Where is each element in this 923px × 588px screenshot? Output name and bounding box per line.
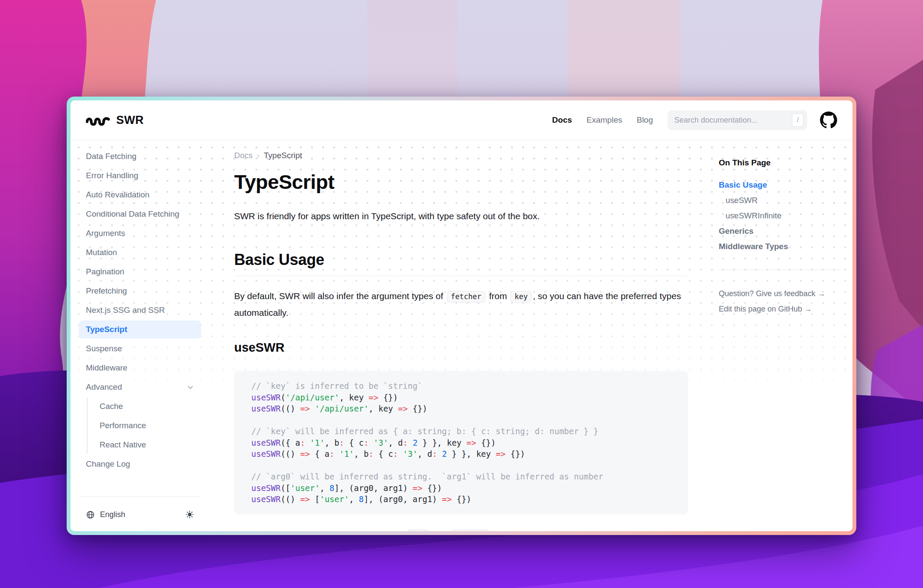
code-line	[251, 415, 671, 426]
nav-item-blog[interactable]: Blog	[637, 115, 653, 125]
inline-code: fetcher	[447, 291, 485, 303]
language-label: English	[100, 510, 125, 519]
toc-link-question-give-us-feedback[interactable]: Question? Give us feedback →	[719, 288, 843, 299]
sidebar-item-label: TypeScript	[86, 325, 127, 334]
sidebar-item-next-js-ssg-and-ssr[interactable]: Next.js SSG and SSR	[79, 301, 201, 319]
search-shortcut-key: /	[792, 113, 804, 127]
globe-icon	[86, 510, 95, 519]
swr-logo[interactable]: SWR	[86, 114, 144, 127]
sidebar-subgroup: CachePerformanceReact Native	[87, 397, 205, 454]
toc-item-basic-usage[interactable]: Basic Usage	[719, 180, 843, 190]
sidebar-item-label: Performance	[100, 421, 146, 430]
chevron-down-icon	[187, 384, 194, 391]
sidebar-item-change-log[interactable]: Change Log	[79, 455, 201, 473]
sidebar-item-mutation[interactable]: Mutation	[79, 244, 201, 262]
sidebar-item-label: Change Log	[86, 459, 130, 469]
sidebar-item-cache[interactable]: Cache	[88, 397, 201, 415]
sidebar-item-prefetching[interactable]: Prefetching	[79, 282, 201, 300]
toc-heading: On This Page	[719, 158, 843, 168]
github-link[interactable]	[820, 112, 837, 129]
sidebar-item-label: Arguments	[86, 229, 125, 238]
sidebar-item-react-native[interactable]: React Native	[88, 436, 201, 454]
code-line: useSWR(() => ['user', 8], (arg0, arg1) =…	[251, 494, 671, 505]
header-nav: DocsExamplesBlog	[552, 115, 653, 125]
search-box[interactable]: /	[667, 110, 807, 130]
language-switcher[interactable]: English	[86, 510, 125, 519]
swr-logo-icon	[86, 115, 110, 126]
browser-window: SWR DocsExamplesBlog / Data FetchingErro…	[67, 97, 856, 535]
logo-text: SWR	[116, 114, 144, 127]
toc: On This Page Basic UsageuseSWRuseSWRInfi…	[719, 140, 843, 531]
code-line: useSWR({ a: '1', b: { c: '3', d: 2 } }, …	[251, 437, 671, 449]
inline-code: key	[511, 291, 532, 303]
code-line: useSWR(['user', 8], (arg0, arg1) => {})	[251, 482, 671, 494]
toc-item-generics[interactable]: Generics	[719, 226, 843, 236]
toc-links: Question? Give us feedback →Edit this pa…	[719, 288, 843, 315]
code-line: // `key` is inferred to be `string`	[251, 380, 671, 392]
sidebar-item-error-handling[interactable]: Error Handling	[79, 167, 201, 185]
sidebar-item-conditional-data-fetching[interactable]: Conditional Data Fetching	[79, 205, 201, 223]
nav-item-docs[interactable]: Docs	[552, 115, 572, 125]
breadcrumb-item-typescript: TypeScript	[264, 150, 302, 161]
sidebar-item-label: Mutation	[86, 248, 117, 257]
sidebar-item-advanced[interactable]: Advanced	[79, 378, 201, 396]
sidebar-item-label: Prefetching	[86, 286, 127, 296]
search-input[interactable]	[673, 115, 788, 125]
sidebar-item-arguments[interactable]: Arguments	[79, 224, 201, 242]
sidebar-item-label: Pagination	[86, 267, 124, 276]
code-line	[251, 460, 671, 471]
app-body: Data FetchingError HandlingAuto Revalida…	[71, 140, 852, 531]
nav-item-examples[interactable]: Examples	[587, 115, 622, 125]
sidebar-item-label: Error Handling	[86, 171, 138, 180]
toc-divider	[719, 270, 841, 270]
sidebar-item-middleware[interactable]: Middleware	[79, 359, 201, 377]
toc-item-middleware-types[interactable]: Middleware Types	[719, 241, 843, 252]
sidebar-item-auto-revalidation[interactable]: Auto Revalidation	[79, 186, 201, 204]
subsection-heading-useswr: useSWR	[234, 340, 688, 355]
site-header: SWR DocsExamplesBlog /	[71, 100, 852, 140]
sidebar-item-label: Suspense	[86, 344, 122, 353]
github-icon	[820, 112, 837, 129]
code-line: // `arg0` will be inferred as string. `a…	[251, 471, 671, 482]
theme-toggle-button[interactable]	[185, 510, 194, 519]
trailing-paragraph: You can also explicitly specify the type…	[234, 526, 688, 532]
breadcrumb: Docs›TypeScript	[234, 150, 688, 161]
toc-link-edit-this-page-on-github[interactable]: Edit this page on GitHub →	[719, 303, 843, 315]
breadcrumb-separator: ›	[257, 150, 259, 161]
sidebar-item-label: Auto Revalidation	[86, 190, 150, 200]
sidebar-item-label: Next.js SSG and SSR	[86, 306, 165, 315]
inline-code: key	[408, 529, 429, 532]
sidebar-item-suspense[interactable]: Suspense	[79, 340, 201, 358]
inline-code: fetcher	[451, 529, 490, 532]
page-title: TypeScript	[234, 170, 688, 194]
toc-list: Basic UsageuseSWRuseSWRInfiniteGenericsM…	[719, 180, 843, 252]
sidebar-item-label: Conditional Data Fetching	[86, 209, 179, 219]
code-line: useSWR('/api/user', key => {})	[251, 392, 671, 403]
sidebar-divider	[79, 497, 201, 497]
code-line: useSWR(() => '/api/user', key => {})	[251, 403, 671, 415]
sidebar: Data FetchingError HandlingAuto Revalida…	[71, 140, 205, 531]
basic-usage-paragraph: By default, SWR will also infer the argu…	[234, 288, 688, 321]
sidebar-item-pagination[interactable]: Pagination	[79, 263, 201, 281]
main-content: Docs›TypeScript TypeScript SWR is friend…	[234, 140, 688, 531]
sidebar-item-label: Cache	[100, 402, 123, 411]
sidebar-item-label: React Native	[100, 440, 146, 450]
sun-icon	[185, 510, 194, 519]
code-line: // `key` will be inferred as { a: string…	[251, 426, 671, 437]
swr-docs-app: SWR DocsExamplesBlog / Data FetchingErro…	[71, 100, 852, 531]
sidebar-item-data-fetching[interactable]: Data Fetching	[79, 147, 201, 165]
code-block: // `key` is inferred to be `string`useSW…	[234, 371, 688, 514]
section-heading-basic-usage: Basic Usage	[234, 250, 688, 276]
sidebar-item-label: Advanced	[86, 382, 122, 392]
sidebar-item-label: Middleware	[86, 363, 127, 373]
sidebar-item-performance[interactable]: Performance	[88, 417, 201, 435]
sidebar-item-typescript[interactable]: TypeScript	[79, 320, 201, 338]
sidebar-item-label: Data Fetching	[86, 152, 136, 161]
code-line: useSWR(() => { a: '1', b: { c: '3', d: 2…	[251, 448, 671, 460]
sidebar-footer: English	[79, 505, 201, 524]
toc-item-useswrinfinite[interactable]: useSWRInfinite	[719, 211, 843, 221]
page-intro: SWR is friendly for apps written in Type…	[234, 209, 688, 224]
sidebar-list: Data FetchingError HandlingAuto Revalida…	[79, 147, 205, 473]
breadcrumb-item-docs[interactable]: Docs	[234, 150, 253, 161]
toc-item-useswr[interactable]: useSWR	[719, 195, 843, 206]
